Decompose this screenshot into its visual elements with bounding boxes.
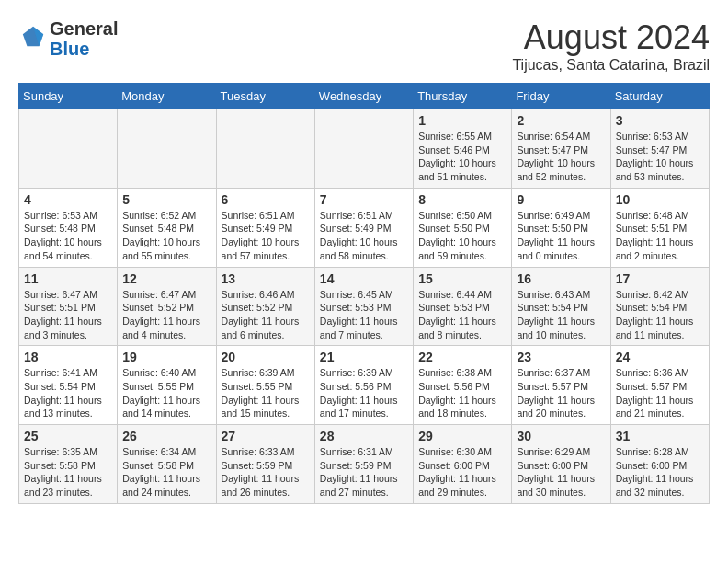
calendar-cell: 19Sunrise: 6:40 AM Sunset: 5:55 PM Dayli… bbox=[118, 346, 216, 425]
day-info: Sunrise: 6:44 AM Sunset: 5:53 PM Dayligh… bbox=[418, 288, 506, 342]
calendar-cell bbox=[118, 109, 216, 189]
day-number: 9 bbox=[517, 192, 605, 207]
page-header: General Blue August 2024 Tijucas, Santa … bbox=[18, 18, 710, 74]
day-info: Sunrise: 6:55 AM Sunset: 5:46 PM Dayligh… bbox=[418, 130, 506, 184]
calendar-cell: 22Sunrise: 6:38 AM Sunset: 5:56 PM Dayli… bbox=[414, 346, 512, 425]
day-info: Sunrise: 6:49 AM Sunset: 5:50 PM Dayligh… bbox=[517, 209, 605, 263]
calendar-cell: 2Sunrise: 6:54 AM Sunset: 5:47 PM Daylig… bbox=[512, 109, 610, 189]
column-header-sunday: Sunday bbox=[19, 84, 118, 109]
day-info: Sunrise: 6:29 AM Sunset: 6:00 PM Dayligh… bbox=[517, 445, 605, 500]
calendar-week-row: 11Sunrise: 6:47 AM Sunset: 5:51 PM Dayli… bbox=[19, 267, 710, 346]
day-info: Sunrise: 6:33 AM Sunset: 5:59 PM Dayligh… bbox=[222, 445, 310, 500]
day-number: 20 bbox=[222, 350, 310, 364]
day-info: Sunrise: 6:35 AM Sunset: 5:58 PM Dayligh… bbox=[24, 445, 112, 500]
day-info: Sunrise: 6:48 AM Sunset: 5:51 PM Dayligh… bbox=[616, 209, 704, 263]
column-header-saturday: Saturday bbox=[610, 84, 709, 109]
day-number: 13 bbox=[222, 271, 310, 286]
day-number: 4 bbox=[24, 192, 112, 207]
calendar-cell bbox=[314, 109, 413, 189]
day-number: 10 bbox=[616, 192, 704, 207]
calendar-cell: 25Sunrise: 6:35 AM Sunset: 5:58 PM Dayli… bbox=[19, 425, 118, 504]
day-info: Sunrise: 6:50 AM Sunset: 5:50 PM Dayligh… bbox=[418, 209, 506, 263]
column-header-thursday: Thursday bbox=[414, 84, 512, 109]
day-number: 5 bbox=[122, 192, 210, 207]
day-info: Sunrise: 6:41 AM Sunset: 5:54 PM Dayligh… bbox=[24, 366, 112, 420]
calendar-cell: 9Sunrise: 6:49 AM Sunset: 5:50 PM Daylig… bbox=[512, 188, 610, 267]
day-info: Sunrise: 6:51 AM Sunset: 5:49 PM Dayligh… bbox=[222, 209, 310, 263]
day-info: Sunrise: 6:37 AM Sunset: 5:57 PM Dayligh… bbox=[517, 366, 605, 420]
day-info: Sunrise: 6:39 AM Sunset: 5:56 PM Dayligh… bbox=[320, 366, 408, 420]
day-info: Sunrise: 6:34 AM Sunset: 5:58 PM Dayligh… bbox=[122, 445, 210, 500]
day-number: 6 bbox=[222, 192, 310, 207]
calendar-cell: 26Sunrise: 6:34 AM Sunset: 5:58 PM Dayli… bbox=[118, 425, 216, 504]
day-info: Sunrise: 6:36 AM Sunset: 5:57 PM Dayligh… bbox=[616, 366, 704, 420]
calendar-table: SundayMondayTuesdayWednesdayThursdayFrid… bbox=[18, 83, 710, 504]
day-number: 8 bbox=[418, 192, 506, 207]
calendar-cell: 21Sunrise: 6:39 AM Sunset: 5:56 PM Dayli… bbox=[314, 346, 413, 425]
day-number: 1 bbox=[418, 113, 506, 128]
day-info: Sunrise: 6:46 AM Sunset: 5:52 PM Dayligh… bbox=[222, 288, 310, 342]
day-number: 16 bbox=[517, 271, 605, 286]
day-info: Sunrise: 6:40 AM Sunset: 5:55 PM Dayligh… bbox=[122, 366, 210, 420]
title-block: August 2024 Tijucas, Santa Catarina, Bra… bbox=[512, 18, 710, 74]
day-number: 22 bbox=[418, 350, 506, 364]
calendar-cell: 4Sunrise: 6:53 AM Sunset: 5:48 PM Daylig… bbox=[19, 188, 118, 267]
calendar-cell bbox=[216, 109, 314, 189]
calendar-cell: 12Sunrise: 6:47 AM Sunset: 5:52 PM Dayli… bbox=[118, 267, 216, 346]
calendar-cell: 14Sunrise: 6:45 AM Sunset: 5:53 PM Dayli… bbox=[314, 267, 413, 346]
logo-general-text: General bbox=[50, 18, 118, 39]
subtitle: Tijucas, Santa Catarina, Brazil bbox=[512, 57, 710, 74]
calendar-cell: 1Sunrise: 6:55 AM Sunset: 5:46 PM Daylig… bbox=[414, 109, 512, 189]
day-number: 19 bbox=[122, 350, 210, 364]
calendar-cell: 30Sunrise: 6:29 AM Sunset: 6:00 PM Dayli… bbox=[512, 425, 610, 504]
day-number: 26 bbox=[122, 429, 210, 443]
column-header-wednesday: Wednesday bbox=[314, 84, 413, 109]
calendar-cell: 10Sunrise: 6:48 AM Sunset: 5:51 PM Dayli… bbox=[610, 188, 709, 267]
logo: General Blue bbox=[18, 18, 118, 59]
logo-icon bbox=[20, 24, 46, 50]
calendar-cell: 11Sunrise: 6:47 AM Sunset: 5:51 PM Dayli… bbox=[19, 267, 118, 346]
column-header-monday: Monday bbox=[118, 84, 216, 109]
calendar-cell: 31Sunrise: 6:28 AM Sunset: 6:00 PM Dayli… bbox=[610, 425, 709, 504]
calendar-week-row: 25Sunrise: 6:35 AM Sunset: 5:58 PM Dayli… bbox=[19, 425, 710, 504]
calendar-header-row: SundayMondayTuesdayWednesdayThursdayFrid… bbox=[19, 84, 710, 109]
day-info: Sunrise: 6:39 AM Sunset: 5:55 PM Dayligh… bbox=[222, 366, 310, 420]
day-number: 27 bbox=[222, 429, 310, 443]
calendar-week-row: 18Sunrise: 6:41 AM Sunset: 5:54 PM Dayli… bbox=[19, 346, 710, 425]
calendar-cell: 28Sunrise: 6:31 AM Sunset: 5:59 PM Dayli… bbox=[314, 425, 413, 504]
calendar-cell bbox=[19, 109, 118, 189]
day-number: 28 bbox=[320, 429, 408, 443]
calendar-cell: 7Sunrise: 6:51 AM Sunset: 5:49 PM Daylig… bbox=[314, 188, 413, 267]
day-number: 25 bbox=[24, 429, 112, 443]
day-number: 2 bbox=[517, 113, 605, 128]
day-number: 3 bbox=[616, 113, 704, 128]
day-info: Sunrise: 6:51 AM Sunset: 5:49 PM Dayligh… bbox=[320, 209, 408, 263]
day-number: 21 bbox=[320, 350, 408, 364]
column-header-tuesday: Tuesday bbox=[216, 84, 314, 109]
day-number: 7 bbox=[320, 192, 408, 207]
day-info: Sunrise: 6:47 AM Sunset: 5:52 PM Dayligh… bbox=[122, 288, 210, 342]
day-info: Sunrise: 6:52 AM Sunset: 5:48 PM Dayligh… bbox=[122, 209, 210, 263]
day-number: 29 bbox=[418, 429, 506, 443]
calendar-cell: 13Sunrise: 6:46 AM Sunset: 5:52 PM Dayli… bbox=[216, 267, 314, 346]
calendar-cell: 23Sunrise: 6:37 AM Sunset: 5:57 PM Dayli… bbox=[512, 346, 610, 425]
logo-blue-text: Blue bbox=[50, 39, 89, 59]
calendar-cell: 5Sunrise: 6:52 AM Sunset: 5:48 PM Daylig… bbox=[118, 188, 216, 267]
calendar-cell: 27Sunrise: 6:33 AM Sunset: 5:59 PM Dayli… bbox=[216, 425, 314, 504]
calendar-cell: 16Sunrise: 6:43 AM Sunset: 5:54 PM Dayli… bbox=[512, 267, 610, 346]
day-number: 12 bbox=[122, 271, 210, 286]
day-info: Sunrise: 6:45 AM Sunset: 5:53 PM Dayligh… bbox=[320, 288, 408, 342]
day-info: Sunrise: 6:42 AM Sunset: 5:54 PM Dayligh… bbox=[616, 288, 704, 342]
day-info: Sunrise: 6:53 AM Sunset: 5:48 PM Dayligh… bbox=[24, 209, 112, 263]
day-info: Sunrise: 6:47 AM Sunset: 5:51 PM Dayligh… bbox=[24, 288, 112, 342]
day-info: Sunrise: 6:38 AM Sunset: 5:56 PM Dayligh… bbox=[418, 366, 506, 420]
day-info: Sunrise: 6:30 AM Sunset: 6:00 PM Dayligh… bbox=[418, 445, 506, 500]
calendar-cell: 6Sunrise: 6:51 AM Sunset: 5:49 PM Daylig… bbox=[216, 188, 314, 267]
day-number: 15 bbox=[418, 271, 506, 286]
day-number: 18 bbox=[24, 350, 112, 364]
day-number: 31 bbox=[616, 429, 704, 443]
calendar-week-row: 4Sunrise: 6:53 AM Sunset: 5:48 PM Daylig… bbox=[19, 188, 710, 267]
calendar-cell: 20Sunrise: 6:39 AM Sunset: 5:55 PM Dayli… bbox=[216, 346, 314, 425]
day-number: 24 bbox=[616, 350, 704, 364]
day-number: 30 bbox=[517, 429, 605, 443]
